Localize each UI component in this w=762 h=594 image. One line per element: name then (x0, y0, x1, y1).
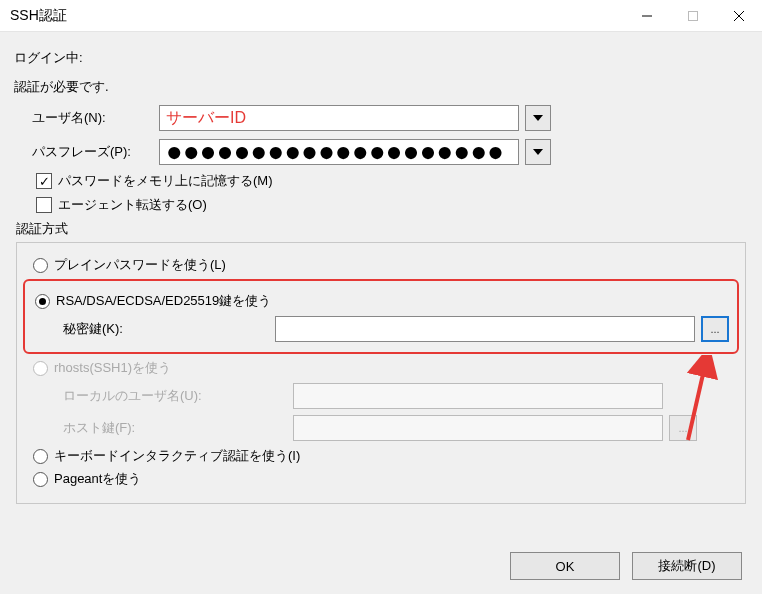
disconnect-button[interactable]: 接続断(D) (632, 552, 742, 580)
rsa-key-radio[interactable] (35, 294, 50, 309)
keyboard-interactive-option[interactable]: キーボードインタラクティブ認証を使う(I) (33, 447, 735, 465)
login-status-label: ログイン中: (14, 49, 83, 67)
rhosts-radio (33, 361, 48, 376)
auth-method-section-label: 認証方式 (16, 220, 748, 238)
auth-required-message: 認証が必要です. (14, 78, 748, 96)
titlebar: SSH認証 (0, 0, 762, 32)
pageant-label: Pageantを使う (54, 470, 141, 488)
username-input[interactable]: サーバーID (159, 105, 519, 131)
host-key-input (293, 415, 663, 441)
plain-password-option[interactable]: プレインパスワードを使う(L) (33, 256, 735, 274)
local-username-input (293, 383, 663, 409)
remember-password-label: パスワードをメモリ上に記憶する(M) (58, 172, 273, 190)
passphrase-input[interactable]: ●●●●●●●●●●●●●●●●●●●● (159, 139, 519, 165)
local-username-label: ローカルのユーザ名(U): (33, 387, 293, 405)
maximize-button (670, 0, 716, 32)
keyboard-interactive-label: キーボードインタラクティブ認証を使う(I) (54, 447, 300, 465)
login-status-row: ログイン中: (14, 44, 748, 72)
svg-marker-5 (533, 149, 543, 155)
pageant-radio[interactable] (33, 472, 48, 487)
private-key-input[interactable] (275, 316, 695, 342)
svg-marker-4 (533, 115, 543, 121)
agent-forward-checkbox[interactable] (36, 197, 52, 213)
auth-method-group: プレインパスワードを使う(L) RSA/DSA/ECDSA/ED25519鍵を使… (16, 242, 746, 504)
close-button[interactable] (716, 0, 762, 32)
svg-rect-1 (689, 11, 698, 20)
username-history-dropdown[interactable] (525, 105, 551, 131)
remember-password-row[interactable]: パスワードをメモリ上に記憶する(M) (36, 172, 748, 190)
passphrase-history-dropdown[interactable] (525, 139, 551, 165)
host-key-label: ホスト鍵(F): (33, 419, 293, 437)
rsa-key-highlight: RSA/DSA/ECDSA/ED25519鍵を使う 秘密鍵(K): ... (23, 279, 739, 354)
remember-password-checkbox[interactable] (36, 173, 52, 189)
ok-button[interactable]: OK (510, 552, 620, 580)
agent-forward-row[interactable]: エージェント転送する(O) (36, 196, 748, 214)
private-key-browse-button[interactable]: ... (701, 316, 729, 342)
passphrase-label: パスフレーズ(P): (14, 143, 159, 161)
pageant-option[interactable]: Pageantを使う (33, 470, 735, 488)
username-label: ユーザ名(N): (14, 109, 159, 127)
plain-password-label: プレインパスワードを使う(L) (54, 256, 226, 274)
rsa-key-option[interactable]: RSA/DSA/ECDSA/ED25519鍵を使う (35, 292, 729, 310)
plain-password-radio[interactable] (33, 258, 48, 273)
rhosts-label: rhosts(SSH1)を使う (54, 359, 171, 377)
rsa-key-label: RSA/DSA/ECDSA/ED25519鍵を使う (56, 292, 271, 310)
rhosts-option: rhosts(SSH1)を使う (33, 359, 735, 377)
window-title: SSH認証 (10, 7, 624, 25)
minimize-button[interactable] (624, 0, 670, 32)
keyboard-interactive-radio[interactable] (33, 449, 48, 464)
agent-forward-label: エージェント転送する(O) (58, 196, 207, 214)
host-key-browse-button: ... (669, 415, 697, 441)
private-key-label: 秘密鍵(K): (33, 320, 275, 338)
